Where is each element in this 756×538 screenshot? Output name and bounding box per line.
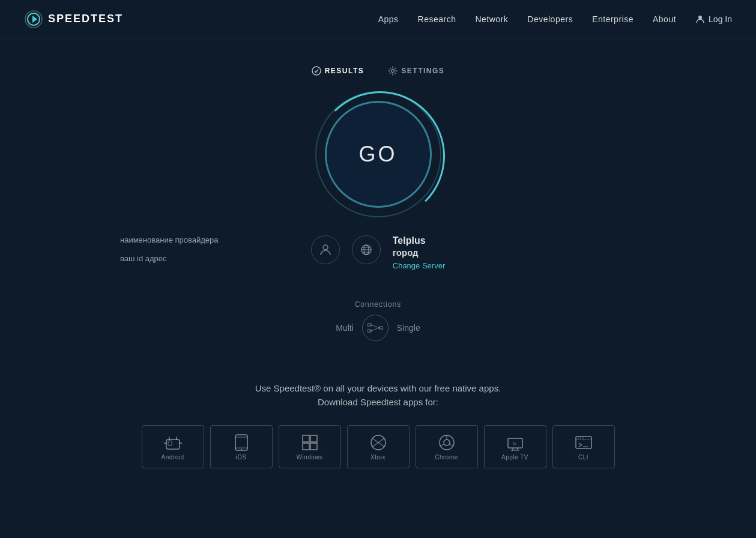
nav-links: Apps Research Network Developers Enterpr… [378,14,732,24]
xbox-icon [369,434,387,452]
nav-apps[interactable]: Apps [378,14,399,24]
svg-rect-29 [303,443,309,450]
svg-point-5 [392,70,395,73]
info-section: наименование провайдера ваш id адрес Tel… [0,235,756,270]
multi-connections-icon [367,322,383,333]
apps-row: Android iOS Windows Xbox [0,425,756,492]
svg-line-16 [371,328,380,331]
tab-settings[interactable]: SETTINGS [376,62,456,79]
server-info-center: Telplus город Change Server [311,235,445,270]
promo-line2: Download Speedtest apps for: [0,397,756,407]
user-icon [319,243,332,256]
connections-section: Connections Multi Single [0,300,756,341]
svg-rect-27 [303,435,309,442]
app-android[interactable]: Android [142,425,204,468]
chrome-label: Chrome [435,454,458,461]
svg-rect-13 [367,330,371,332]
globe-icon [360,243,373,256]
server-provider: Telplus [393,235,445,246]
go-container: GO [0,91,756,217]
results-tab-label: RESULTS [325,67,364,75]
svg-point-46 [578,437,579,438]
app-ios[interactable]: iOS [210,425,273,468]
appletv-icon: tv [506,434,524,452]
ios-label: iOS [235,454,246,461]
app-chrome[interactable]: Chrome [416,425,478,468]
server-city: город [393,247,445,258]
multi-label: Multi [336,323,354,333]
svg-marker-2 [32,16,37,23]
svg-rect-30 [310,443,317,450]
go-button[interactable]: GO [325,101,432,208]
person-icon [695,14,705,24]
windows-icon [301,434,319,452]
appletv-label: Apple TV [501,454,528,461]
app-cli[interactable]: CLI [552,425,615,468]
connections-icon[interactable] [362,315,389,341]
cli-label: CLI [578,454,588,461]
svg-line-38 [449,444,453,446]
logo[interactable]: SPEEDTEST [24,10,123,29]
isp-info: наименование провайдера ваш id адрес [120,235,219,263]
nav-research[interactable]: Research [418,14,456,24]
svg-point-26 [241,449,242,450]
chrome-icon [438,434,456,452]
navbar: SPEEDTEST Apps Research Network Develope… [0,0,756,38]
nav-network[interactable]: Network [475,14,508,24]
connections-toggle: Multi Single [336,315,420,341]
app-appletv[interactable]: tv Apple TV [484,425,546,468]
nav-about[interactable]: About [653,14,676,24]
android-label: Android [162,454,184,461]
svg-point-4 [312,67,321,75]
tab-results[interactable]: RESULTS [300,62,376,79]
cli-icon [575,434,593,452]
svg-point-47 [580,437,581,438]
globe-icon-circle [352,235,381,264]
gear-icon [388,66,398,76]
nav-enterprise[interactable]: Enterprise [592,14,634,24]
ios-icon [232,434,250,452]
svg-point-3 [698,16,702,19]
svg-point-35 [444,440,450,446]
single-label: Single [397,323,420,333]
nav-developers[interactable]: Developers [527,14,573,24]
logo-text: SPEEDTEST [48,13,123,25]
android-icon [164,434,182,452]
server-details: Telplus город Change Server [393,235,445,270]
ip-label: ваш id адрес [120,254,219,263]
svg-rect-14 [380,327,383,329]
login-label: Log In [709,14,732,24]
connections-label: Connections [355,300,402,309]
svg-line-15 [371,325,380,328]
windows-label: Windows [296,454,322,461]
svg-point-48 [582,437,584,438]
settings-tab-label: SETTINGS [401,67,444,75]
logo-icon [24,10,43,29]
app-xbox[interactable]: Xbox [347,425,410,468]
tabs-bar: RESULTS SETTINGS [0,62,756,79]
check-circle-icon [312,66,321,76]
isp-label: наименование провайдера [120,235,219,244]
nav-login[interactable]: Log In [695,14,732,24]
change-server-link[interactable]: Change Server [393,261,445,270]
promo-line1: Use Speedtest® on all your devices with … [0,383,756,393]
user-icon-circle [311,235,340,264]
xbox-label: Xbox [370,454,386,461]
go-label: GO [358,142,397,167]
app-windows[interactable]: Windows [279,425,341,468]
svg-rect-22 [168,441,172,446]
svg-line-37 [440,444,444,446]
svg-rect-28 [310,435,317,442]
promo-section: Use Speedtest® on all your devices with … [0,383,756,407]
svg-point-6 [323,245,328,250]
svg-text:tv: tv [513,441,516,446]
go-ring-outer: GO [315,91,441,217]
svg-rect-12 [367,324,371,326]
